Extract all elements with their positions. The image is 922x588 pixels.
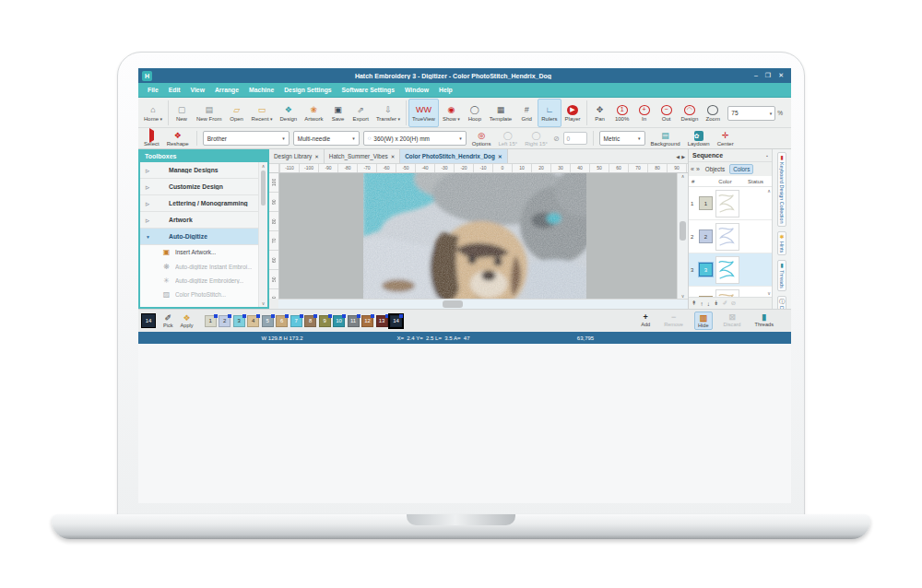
menu-item[interactable]: Software Settings — [342, 87, 395, 93]
menu-item[interactable]: Window — [405, 87, 429, 93]
sequence-order-icon[interactable]: ✐ — [722, 300, 727, 307]
sequence-prev-icon[interactable]: « — [691, 166, 694, 172]
color-chip[interactable]: 3 — [699, 263, 713, 276]
scrollbar-thumb[interactable] — [261, 171, 266, 206]
palette-color-chip[interactable]: 9 — [319, 315, 331, 327]
toolbar-button[interactable]: WW TrueView — [408, 99, 439, 127]
rotate-right-15-button[interactable]: ◯ Right 15° — [523, 131, 550, 147]
docked-panel-tab[interactable]: ✱ Hints — [777, 231, 786, 255]
toolbar-button[interactable]: ◉ Show ▾ — [439, 99, 464, 127]
color-chip[interactable]: 1 — [699, 196, 713, 210]
machine-type-select[interactable]: Multi-needle▾ — [293, 131, 360, 146]
current-color-chip[interactable]: 14 — [141, 313, 156, 328]
embroidery-design[interactable] — [363, 173, 586, 299]
scroll-up-icon[interactable]: ∧ — [767, 188, 771, 194]
toolbar-button[interactable]: ▦ Template — [486, 99, 515, 127]
toolbar-button[interactable]: 1 100% — [611, 99, 633, 127]
menu-item[interactable]: Help — [439, 87, 453, 93]
sequence-row[interactable]: 2 2 — [689, 220, 772, 253]
toolbar-button[interactable]: ⇗ Export — [349, 99, 372, 127]
select-tool-button[interactable]: Select — [142, 131, 161, 147]
toolbar-button[interactable]: ❀ Artwork — [301, 99, 326, 127]
palette-color-chip[interactable]: 12 — [361, 315, 373, 327]
menu-item[interactable]: Edit — [169, 87, 181, 93]
docked-panel-tab[interactable]: ▮ Keyboard Design Collection — [777, 152, 786, 227]
center-design-button[interactable]: ✛ Center — [715, 131, 736, 147]
scroll-up-icon[interactable]: ∧ — [681, 173, 685, 179]
docked-panel-tab[interactable]: ▮ Threads — [777, 260, 786, 291]
scroll-down-icon[interactable]: ∨ — [767, 290, 771, 296]
reshape-tool-button[interactable]: ❖ Reshape — [165, 131, 191, 147]
maximize-button[interactable]: ❐ — [765, 72, 771, 79]
sequence-order-icon[interactable]: ↡ — [714, 300, 718, 307]
sequence-order-icon[interactable]: ↓ — [707, 300, 710, 307]
toolbox-item[interactable]: ▷ Manage Designs — [140, 162, 259, 179]
toolbar-button[interactable]: ∟ Rulers — [538, 99, 561, 127]
toolbar-button[interactable]: ▢ New — [171, 99, 193, 127]
document-tab[interactable]: Hatch_Summer_Vibes✕ — [325, 149, 400, 163]
close-tab-icon[interactable]: ✕ — [498, 154, 502, 159]
toolbox-item[interactable]: ▷ Artwork — [140, 212, 259, 229]
laydown-button[interactable]: ✿ Laydown — [686, 131, 712, 147]
design-canvas[interactable] — [279, 173, 677, 299]
palette-action-button[interactable]: − Remove — [661, 312, 686, 330]
document-tab[interactable]: Color PhotoStitch_Hendrix_Dog✕ — [400, 149, 507, 163]
sequence-row[interactable]: 1 1 — [689, 187, 772, 220]
zoom-level-select[interactable]: 75▾ — [727, 106, 775, 121]
stitch-thumbnail[interactable] — [715, 223, 739, 251]
scrollbar-thumb[interactable] — [443, 300, 463, 308]
toolbar-button[interactable]: ▭ Recent ▾ — [248, 99, 277, 127]
palette-color-chip[interactable]: 13 — [376, 315, 388, 327]
palette-color-chip[interactable]: 4 — [247, 315, 259, 327]
docked-panel-tab[interactable]: ⓘ Design Information — [777, 296, 786, 309]
sequence-row[interactable]: 4 4 — [689, 287, 772, 297]
toolbox-item[interactable]: ▨ Color PhotoStitch... — [140, 288, 259, 301]
menu-item[interactable]: File — [148, 87, 159, 93]
background-button[interactable]: ▤ Background — [649, 131, 682, 147]
stitch-thumbnail[interactable] — [715, 190, 739, 218]
toolbox-item[interactable]: ▷ Lettering / Monogramming — [140, 195, 259, 212]
palette-action-button[interactable]: ⊠ Discard — [721, 312, 744, 330]
toolbar-button[interactable]: # Grid — [515, 99, 538, 127]
hoop-size-select[interactable]: ◌ 360(W) x 200(H) mm▾ — [363, 131, 467, 146]
toolbar-button[interactable]: + In — [633, 99, 656, 127]
palette-action-button[interactable]: + Add — [638, 312, 653, 330]
toolbar-button[interactable]: ✥ Pan — [589, 99, 611, 127]
palette-color-chip[interactable]: 1 — [205, 315, 217, 327]
toolbar-button[interactable]: ❖ Design — [277, 99, 301, 127]
palette-action-button[interactable]: ▮ Threads — [751, 312, 776, 330]
menu-item[interactable]: Machine — [249, 87, 274, 93]
stitch-thumbnail[interactable] — [715, 256, 739, 284]
sequence-order-icon[interactable]: ↟ — [692, 300, 696, 307]
toolbox-item[interactable]: ▼ Auto-Digitize — [140, 229, 259, 245]
scroll-up-icon[interactable]: ∧ — [262, 163, 266, 169]
menu-item[interactable]: Arrange — [215, 87, 239, 93]
toolbox-item[interactable]: ❋ Auto-digitize Instant Embroi... — [140, 259, 259, 273]
sequence-row[interactable]: 3 3 — [689, 253, 772, 287]
close-tab-icon[interactable]: ✕ — [391, 154, 396, 159]
sidebar-scrollbar[interactable]: ∧ ∨ — [258, 162, 267, 307]
stitch-thumbnail[interactable] — [715, 289, 739, 298]
tab-scroll-right-icon[interactable]: ▶ — [681, 154, 685, 159]
toolbar-button[interactable]: ⌂ Home ▾ — [140, 99, 166, 127]
palette-color-chip[interactable]: 14 — [390, 315, 402, 327]
toolbar-button[interactable]: ▤ New From — [193, 99, 226, 127]
palette-color-chip[interactable]: 3 — [233, 315, 245, 327]
palette-color-chip[interactable]: 11 — [348, 315, 360, 327]
toolbar-button[interactable]: ▱ Open — [226, 99, 248, 127]
palette-color-chip[interactable]: 5 — [262, 315, 274, 327]
apply-color-button[interactable]: ❖ Apply — [181, 313, 194, 328]
sequence-order-icon[interactable]: ⊘ — [731, 300, 736, 307]
palette-color-chip[interactable]: 6 — [276, 315, 288, 327]
hoop-options-button[interactable]: ◎ Options — [470, 131, 493, 147]
palette-color-chip[interactable]: 7 — [290, 315, 302, 327]
toolbar-button[interactable]: ▶ Player — [561, 99, 585, 127]
close-button[interactable]: ✕ — [778, 72, 784, 79]
palette-color-chip[interactable]: 8 — [304, 315, 316, 327]
toolbar-button[interactable]: Zoom — [702, 99, 724, 127]
scroll-down-icon[interactable]: ∨ — [262, 300, 266, 306]
toolbar-button[interactable]: ◯ Hoop — [464, 99, 486, 127]
units-select[interactable]: Metric▾ — [599, 131, 645, 146]
scrollbar-thumb[interactable] — [680, 221, 686, 241]
pick-color-button[interactable]: ✐ Pick — [163, 313, 173, 328]
